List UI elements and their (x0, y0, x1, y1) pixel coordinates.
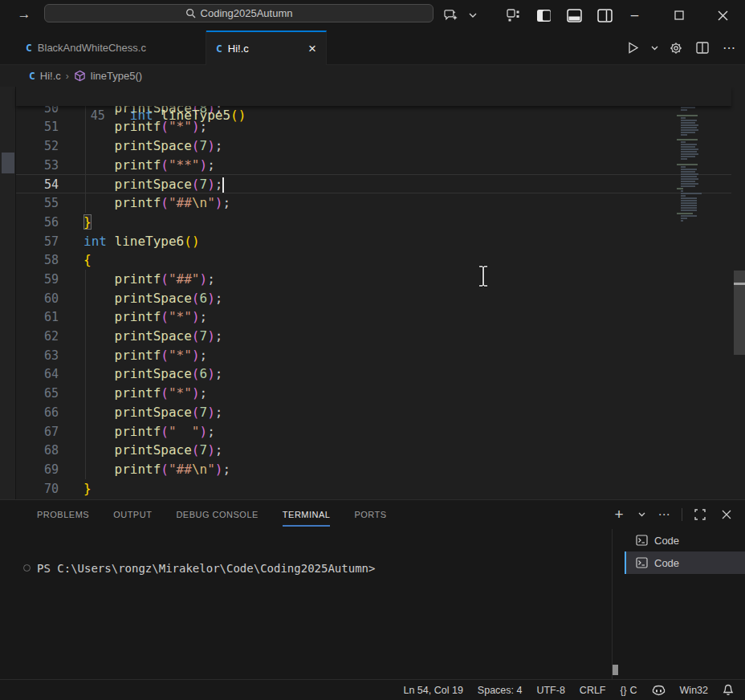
line-number[interactable]: 56 (16, 213, 59, 232)
line-number[interactable]: 67 (16, 422, 59, 442)
code-line[interactable]: 59 printf("##"); (16, 270, 731, 289)
command-center-search[interactable]: Coding2025Autumn (44, 4, 434, 22)
line-number[interactable]: 54 (16, 175, 59, 194)
code-line[interactable]: 69 printf("##\n"); (16, 460, 731, 479)
run-button[interactable] (623, 39, 642, 58)
code-line[interactable]: 55 printf("##\n"); (16, 193, 731, 213)
code-line[interactable]: 62 printSpace(7); (16, 327, 731, 346)
panel-sash-handle[interactable] (613, 665, 618, 675)
code-line[interactable]: 68 printSpace(7); (16, 441, 731, 460)
close-panel-icon[interactable] (718, 506, 735, 523)
status-indentation[interactable]: Spaces: 4 (478, 685, 523, 696)
code-line[interactable]: 56} (16, 213, 731, 232)
line-number[interactable]: 69 (16, 460, 59, 479)
code-line[interactable]: 52 printSpace(7); (16, 136, 731, 156)
maximize-panel-icon[interactable] (691, 506, 709, 523)
scrollbar-cursor-marker (734, 283, 745, 285)
chevron-down-icon[interactable] (467, 5, 478, 26)
maximize-button[interactable] (657, 0, 701, 31)
code-line[interactable]: 53 printf("**"); (16, 156, 731, 175)
status-eol[interactable]: CRLF (580, 685, 606, 696)
line-number[interactable]: 62 (16, 327, 59, 346)
code-line[interactable]: 54 printSpace(7); (16, 174, 731, 193)
line-number[interactable]: 58 (16, 250, 59, 270)
status-cursor-position[interactable]: Ln 54, Col 19 (403, 685, 462, 696)
status-copilot[interactable] (652, 685, 666, 696)
customize-layout-icon[interactable] (503, 5, 523, 26)
code-line[interactable]: 57int lineType6() (16, 232, 731, 251)
more-actions-icon[interactable]: ⋯ (719, 39, 739, 58)
status-notifications[interactable] (723, 684, 734, 696)
line-number[interactable]: 63 (16, 346, 59, 365)
copilot-icon (652, 685, 666, 696)
c-file-icon: C (29, 70, 35, 82)
terminal-output[interactable]: PS C:\Users\rongz\Mirakelor\Code\Coding2… (16, 529, 612, 678)
minimap[interactable] (670, 88, 720, 233)
line-number[interactable]: 65 (16, 384, 59, 403)
sticky-scroll-line[interactable]: 45int lineType5() (16, 87, 731, 106)
code-line[interactable]: 65 printf("*"); (16, 384, 731, 403)
terminal-list-item[interactable]: Code (626, 529, 745, 551)
line-number[interactable]: 60 (16, 289, 59, 308)
split-editor-icon[interactable] (693, 39, 712, 58)
settings-gear-icon[interactable] (666, 39, 686, 58)
run-dropdown-chevron-icon[interactable] (649, 39, 659, 58)
panel-tab-output[interactable]: OUTPUT (113, 500, 152, 529)
code-line[interactable]: 64 printSpace(6); (16, 364, 731, 384)
status-language-mode[interactable]: {}C (621, 685, 637, 696)
new-terminal-button[interactable]: + (610, 506, 628, 523)
panel-tab-problems[interactable]: PROBLEMS (37, 500, 89, 529)
panel-tab-terminal[interactable]: TERMINAL (283, 500, 331, 529)
status-os[interactable]: Win32 (680, 685, 708, 696)
minimize-button[interactable]: – (613, 0, 657, 31)
toggle-panel-icon[interactable] (564, 5, 584, 26)
terminal-profile-chevron-icon[interactable] (637, 506, 646, 523)
copilot-chat-icon[interactable] (440, 5, 461, 26)
rail-scrollbar-thumb[interactable] (2, 153, 14, 173)
line-number[interactable]: 59 (16, 270, 59, 289)
terminal-prompt[interactable]: PS C:\Users\rongz\Mirakelor\Code\Coding2… (37, 562, 375, 575)
close-window-button[interactable] (701, 0, 745, 31)
line-number[interactable]: 64 (16, 364, 59, 384)
search-icon (185, 8, 196, 18)
code-line[interactable]: 70} (16, 479, 731, 499)
braces-icon: {} (621, 685, 627, 696)
code-line[interactable]: 67 printf(" "); (16, 422, 731, 442)
command-decoration-icon[interactable] (23, 564, 31, 572)
code-line[interactable]: 63 printf("*"); (16, 346, 731, 365)
search-value: Coding2025Autumn (201, 7, 293, 19)
toggle-primary-sidebar-icon[interactable] (533, 5, 554, 26)
line-number[interactable]: 57 (16, 232, 59, 251)
c-file-icon: C (216, 43, 222, 55)
line-number[interactable]: 70 (16, 479, 59, 499)
cube-icon (74, 70, 86, 82)
code-line[interactable]: 58{ (16, 250, 731, 270)
tab-hi-c[interactable]: C Hi!.c × (206, 31, 327, 65)
panel-divider (612, 529, 613, 680)
code-line[interactable]: 60 printSpace(6); (16, 289, 731, 308)
breadcrumb-symbol[interactable]: lineType5() (91, 70, 142, 82)
line-number[interactable]: 55 (16, 193, 59, 213)
terminal-list-item[interactable]: Code (626, 551, 745, 574)
line-number[interactable]: 53 (16, 156, 59, 175)
panel-more-actions-icon[interactable]: ⋯ (655, 506, 673, 523)
code-editor[interactable]: 50 printSpace(8);51 printf("*");52 print… (0, 87, 745, 499)
line-number[interactable]: 68 (16, 441, 59, 460)
line-number[interactable]: 66 (16, 403, 59, 422)
code-line[interactable]: 66 printSpace(7); (16, 403, 731, 422)
forward-arrow-icon[interactable]: → (14, 4, 34, 25)
breadcrumb-file[interactable]: Hi!.c (40, 70, 61, 82)
left-rail (0, 87, 16, 499)
code-line[interactable]: 61 printf("*"); (16, 307, 731, 327)
status-encoding[interactable]: UTF-8 (536, 685, 564, 696)
divider (682, 508, 682, 521)
close-tab-icon[interactable]: × (308, 42, 316, 55)
line-number: 45 (63, 106, 105, 125)
tab-blackandwhitechess[interactable]: C BlackAndWhiteChess.c (16, 31, 206, 65)
panel-tab-debug-console[interactable]: DEBUG CONSOLE (176, 500, 258, 529)
panel-tab-ports[interactable]: PORTS (354, 500, 386, 529)
line-number[interactable]: 61 (16, 307, 59, 327)
terminal-icon (636, 535, 648, 546)
terminal-tabs-list: CodeCode (626, 529, 745, 574)
c-file-icon: C (26, 42, 32, 54)
